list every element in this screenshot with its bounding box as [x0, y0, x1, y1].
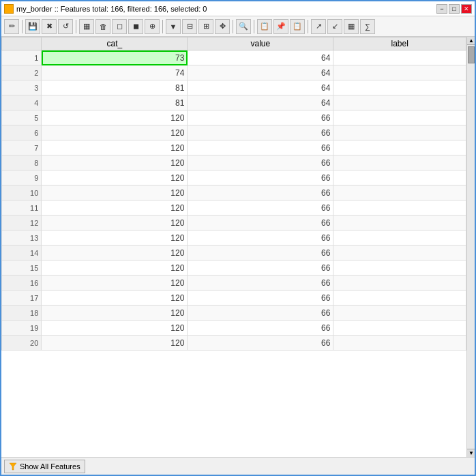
value-cell[interactable]: 64	[188, 95, 333, 110]
table-row[interactable]: 48164	[2, 95, 466, 110]
table-row[interactable]: 812066	[2, 155, 466, 170]
cat-cell[interactable]: 74	[42, 65, 188, 80]
value-cell[interactable]: 66	[188, 215, 333, 230]
value-cell[interactable]: 66	[188, 291, 333, 306]
maximize-button[interactable]: □	[449, 4, 460, 14]
label-cell[interactable]	[333, 336, 466, 351]
edit-toggle-button[interactable]: ✏	[4, 19, 19, 34]
value-cell[interactable]: 66	[188, 321, 333, 336]
scroll-up-arrow[interactable]: ▲	[467, 37, 475, 45]
label-cell[interactable]	[333, 155, 466, 170]
value-cell[interactable]: 66	[188, 200, 333, 215]
pan-map-button[interactable]: ✥	[215, 19, 230, 34]
table-row[interactable]: 712066	[2, 140, 466, 155]
table-row[interactable]: 1112066	[2, 200, 466, 215]
table-row[interactable]: 2012066	[2, 336, 466, 351]
cat-cell[interactable]: 120	[42, 110, 188, 125]
value-cell[interactable]: 66	[188, 185, 333, 200]
cat-cell[interactable]: 120	[42, 215, 188, 230]
label-cell[interactable]	[333, 215, 466, 230]
value-cell[interactable]: 66	[188, 230, 333, 246]
refresh-button[interactable]: ↺	[58, 19, 73, 34]
table-scroll-area[interactable]: cat_ value label 17364274643816448164512…	[1, 37, 466, 457]
scroll-thumb[interactable]	[468, 46, 475, 63]
value-cell[interactable]: 66	[188, 246, 333, 261]
cat-cell[interactable]: 120	[42, 200, 188, 215]
label-cell[interactable]	[333, 80, 466, 95]
table-row[interactable]: 512066	[2, 110, 466, 125]
label-cell[interactable]	[333, 276, 466, 291]
table-row[interactable]: 17364	[2, 50, 466, 65]
label-column-header[interactable]: label	[333, 38, 466, 50]
table-row[interactable]: 1812066	[2, 306, 466, 321]
cat-cell[interactable]: 81	[42, 95, 188, 110]
cat-column-header[interactable]: cat_	[42, 38, 188, 50]
cat-cell[interactable]: 73	[42, 50, 188, 65]
scroll-down-arrow[interactable]: ▼	[467, 449, 475, 457]
value-cell[interactable]: 64	[188, 50, 333, 65]
cat-cell[interactable]: 120	[42, 170, 188, 185]
label-cell[interactable]	[333, 200, 466, 215]
scroll-track[interactable]	[467, 45, 475, 449]
select-polygon-button[interactable]: ◼	[128, 19, 143, 34]
clipboard-button[interactable]: 📋	[290, 19, 305, 34]
table-row[interactable]: 1012066	[2, 185, 466, 200]
table-row[interactable]: 1512066	[2, 261, 466, 276]
filter-form-button[interactable]: ⊟	[182, 19, 197, 34]
value-cell[interactable]: 66	[188, 336, 333, 351]
table-row[interactable]: 612066	[2, 125, 466, 140]
value-cell[interactable]: 64	[188, 65, 333, 80]
table-row[interactable]: 912066	[2, 170, 466, 185]
label-cell[interactable]	[333, 110, 466, 125]
value-cell[interactable]: 66	[188, 261, 333, 276]
new-field-button[interactable]: ↗	[311, 19, 326, 34]
table-row[interactable]: 1412066	[2, 246, 466, 261]
value-column-header[interactable]: value	[188, 38, 333, 50]
cat-cell[interactable]: 120	[42, 336, 188, 351]
zoom-map-button[interactable]: ⊞	[198, 19, 213, 34]
value-cell[interactable]: 66	[188, 125, 333, 140]
value-cell[interactable]: 66	[188, 140, 333, 155]
table-row[interactable]: 1912066	[2, 321, 466, 336]
cat-cell[interactable]: 120	[42, 246, 188, 261]
cat-cell[interactable]: 120	[42, 125, 188, 140]
select-rectangle-button[interactable]: ◻	[112, 19, 127, 34]
label-cell[interactable]	[333, 170, 466, 185]
cat-cell[interactable]: 120	[42, 185, 188, 200]
cat-cell[interactable]: 81	[42, 80, 188, 95]
table-row[interactable]: 1712066	[2, 291, 466, 306]
cat-cell[interactable]: 120	[42, 155, 188, 170]
cat-cell[interactable]: 120	[42, 230, 188, 246]
cat-cell[interactable]: 120	[42, 291, 188, 306]
save-button[interactable]: 💾	[25, 19, 40, 34]
label-cell[interactable]	[333, 246, 466, 261]
copy-button[interactable]: 📋	[257, 19, 272, 34]
value-cell[interactable]: 66	[188, 276, 333, 291]
label-cell[interactable]	[333, 261, 466, 276]
field-calc-button[interactable]: ▦	[344, 19, 359, 34]
table-row[interactable]: 1612066	[2, 276, 466, 291]
value-cell[interactable]: 66	[188, 155, 333, 170]
value-cell[interactable]: 64	[188, 80, 333, 95]
label-cell[interactable]	[333, 321, 466, 336]
cat-cell[interactable]: 120	[42, 140, 188, 155]
cat-cell[interactable]: 120	[42, 261, 188, 276]
cat-cell[interactable]: 120	[42, 306, 188, 321]
label-cell[interactable]	[333, 291, 466, 306]
invert-selection-button[interactable]: ⊕	[145, 19, 160, 34]
conditional-format-button[interactable]: ∑	[360, 19, 375, 34]
table-row[interactable]: 27464	[2, 65, 466, 80]
filter-button[interactable]: ▼	[166, 19, 181, 34]
delete-row-button[interactable]: ✖	[42, 19, 57, 34]
value-cell[interactable]: 66	[188, 170, 333, 185]
cat-cell[interactable]: 120	[42, 321, 188, 336]
vertical-scrollbar[interactable]: ▲ ▼	[466, 37, 475, 457]
table-row[interactable]: 1312066	[2, 230, 466, 246]
label-cell[interactable]	[333, 125, 466, 140]
paste-button[interactable]: 📌	[273, 19, 288, 34]
table-row[interactable]: 38164	[2, 80, 466, 95]
label-cell[interactable]	[333, 185, 466, 200]
minimize-button[interactable]: −	[436, 4, 447, 14]
value-cell[interactable]: 66	[188, 306, 333, 321]
columns-button[interactable]: ▦	[79, 19, 94, 34]
